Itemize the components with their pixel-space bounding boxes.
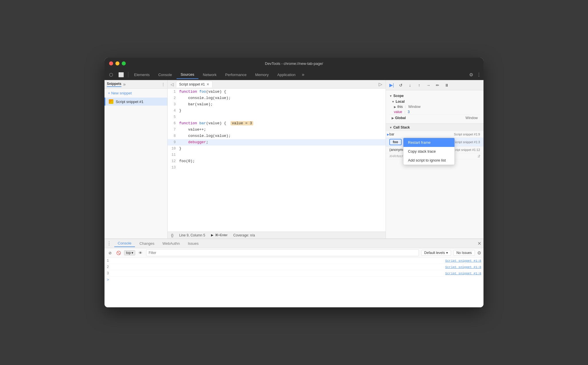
global-scope-header[interactable]: ▶ Global <box>392 116 406 120</box>
tab-issues[interactable]: Issues <box>184 240 202 247</box>
this-triangle[interactable]: ▶ <box>394 105 396 108</box>
cursor-position: Line 9, Column 5 <box>179 233 205 237</box>
console-toolbar: ⊘ 🚫 top ▾ 👁 Default levels ▾ No Issues ⚙ <box>105 248 483 258</box>
editor-tab-script[interactable]: Script snippet #1 ✕ <box>176 81 212 88</box>
main-tab-bar: ⬡ ⬜ Elements Console Sources Network Per… <box>105 69 483 80</box>
format-braces[interactable]: {} <box>171 233 173 237</box>
tab-application[interactable]: Application <box>273 71 300 79</box>
more-options-icon[interactable]: ⋮ <box>477 72 481 77</box>
tab-webauthn[interactable]: WebAuthn <box>159 240 183 247</box>
code-line-5: 5 <box>168 114 386 120</box>
tab-console[interactable]: Console <box>154 71 176 79</box>
tab-elements[interactable]: Elements <box>130 71 154 79</box>
code-line-11: 11 <box>168 152 386 158</box>
value-scope-item: value : 3 <box>389 109 480 114</box>
console-num-1: 1 <box>107 259 115 263</box>
console-link-3[interactable]: Script snippet #1:8 <box>445 272 481 275</box>
debugger-panel: ▶| ↺ ↓ ↑ → ✏ ⏸ ▼ Scope ▼ Local <box>386 80 483 238</box>
step-over-button[interactable]: ↺ <box>397 82 404 89</box>
snippets-header: Snippets » ⋮ <box>105 80 167 89</box>
step-into-button[interactable]: ↓ <box>407 82 413 89</box>
log-level-label: Default levels <box>424 251 445 255</box>
call-stack-section: ▼ Call Stack bar Script snippet #1:9 foo… <box>386 123 483 159</box>
context-selector[interactable]: top ▾ <box>124 250 135 255</box>
console-close-icon[interactable]: ✕ <box>477 241 481 246</box>
console-link-2[interactable]: Script snippet #1:8 <box>445 265 481 269</box>
foo-button[interactable]: foo <box>389 139 402 145</box>
call-stack-header[interactable]: ▼ Call Stack <box>386 124 483 131</box>
window-controls <box>109 61 126 65</box>
snippet-name: Script snippet #1 <box>116 100 144 104</box>
editor-back-icon[interactable]: ◁ <box>169 82 175 87</box>
context-arrow: ▾ <box>131 251 133 255</box>
ctx-copy-stack-trace[interactable]: Copy stack trace <box>403 147 454 156</box>
snippets-panel: Snippets » ⋮ + New snippet Script snippe… <box>105 80 168 238</box>
value-key: value <box>394 110 402 114</box>
code-line-2: 2 console.log(value); <box>168 95 386 101</box>
close-button[interactable] <box>109 61 113 65</box>
console-menu-icon[interactable]: ⋮ <box>107 241 111 246</box>
maximize-button[interactable] <box>122 61 126 65</box>
scope-label: Scope <box>393 94 404 98</box>
code-line-1: 1 function foo(value) { <box>168 89 386 95</box>
ctx-add-ignore[interactable]: Add script to ignore list <box>403 156 454 165</box>
step-out-button[interactable]: ↑ <box>416 82 423 89</box>
minimize-button[interactable] <box>115 61 119 65</box>
console-tab-bar: ⋮ Console Changes WebAuthn Issues ✕ <box>105 239 483 248</box>
call-stack-foo[interactable]: foo Script snippet #1:3 Restart frame Co… <box>386 138 483 147</box>
titlebar: DevTools - chrome://new-tab-page/ <box>105 58 483 69</box>
new-snippet-button[interactable]: + New snippet <box>105 89 167 98</box>
deactivate-breakpoints-button[interactable]: ✏ <box>434 82 441 89</box>
block-console-button[interactable]: 🚫 <box>115 250 122 256</box>
snippets-title: Snippets <box>107 82 121 87</box>
tab-performance[interactable]: Performance <box>221 71 250 79</box>
console-filter-input[interactable] <box>146 249 419 256</box>
local-scope-header[interactable]: ▼ Local <box>389 99 480 104</box>
device-icon[interactable]: ⬜ <box>116 72 126 77</box>
editor-tab-close-icon[interactable]: ✕ <box>206 82 209 86</box>
run-snippet-button[interactable]: ▶ ⌘+Enter <box>211 233 228 237</box>
scope-section: ▼ Scope ▼ Local ▶ this : Window value <box>386 90 483 123</box>
cursor-icon[interactable]: ⬡ <box>107 72 115 77</box>
code-line-7: 7 value++; <box>168 127 386 133</box>
log-level-button[interactable]: Default levels ▾ <box>421 250 451 256</box>
code-editor[interactable]: 1 function foo(value) { 2 console.log(va… <box>168 89 386 232</box>
pause-on-exception-button[interactable]: ⏸ <box>443 82 450 89</box>
snippets-menu-icon[interactable]: ⋮ <box>161 82 165 86</box>
value-val: 3 <box>408 110 410 114</box>
settings-icon[interactable]: ⚙ <box>469 72 473 77</box>
clear-console-button[interactable]: ⊘ <box>107 250 113 256</box>
run-icon: ▶ <box>211 233 213 237</box>
code-lines: 1 function foo(value) { 2 console.log(va… <box>168 89 386 171</box>
callstack-xhr-loc: :2 <box>477 154 480 158</box>
context-menu: Restart frame Copy stack trace Add scrip… <box>403 138 455 165</box>
editor-statusbar: {} Line 9, Column 5 ▶ ⌘+Enter Coverage: … <box>168 232 386 238</box>
console-link-1[interactable]: Script snippet #1:8 <box>445 259 481 263</box>
snippet-file-icon <box>109 99 113 104</box>
console-output-line-3: 3 Script snippet #1:8 <box>105 270 483 277</box>
snippet-item[interactable]: Script snippet #1 <box>105 98 167 106</box>
tab-console-bottom[interactable]: Console <box>114 240 135 247</box>
no-issues-button[interactable]: No Issues <box>453 250 475 256</box>
tab-memory[interactable]: Memory <box>251 71 273 79</box>
more-tabs-icon[interactable]: » <box>300 72 306 77</box>
scope-header[interactable]: ▼ Scope <box>389 93 480 99</box>
code-line-8: 8 console.log(value); <box>168 133 386 139</box>
call-stack-bar[interactable]: bar Script snippet #1:9 <box>386 131 483 138</box>
tab-changes[interactable]: Changes <box>136 240 158 247</box>
resume-button[interactable]: ▶| <box>388 82 395 89</box>
step-button[interactable]: → <box>425 82 432 89</box>
console-prompt-line[interactable]: > <box>105 277 483 283</box>
code-line-9: 9 debugger; <box>168 139 386 145</box>
eye-icon[interactable]: 👁 <box>138 250 144 256</box>
ctx-restart-frame[interactable]: Restart frame <box>403 138 454 147</box>
this-value: Window <box>408 105 421 109</box>
tab-sources[interactable]: Sources <box>177 71 198 79</box>
local-triangle: ▼ <box>392 100 394 103</box>
call-stack-label: Call Stack <box>393 125 410 129</box>
console-num-3: 3 <box>107 271 115 275</box>
tab-network[interactable]: Network <box>199 71 221 79</box>
editor-run-icon[interactable]: ▷ <box>376 81 384 87</box>
snippets-more-icon[interactable]: » <box>123 82 126 87</box>
console-settings-icon[interactable]: ⚙ <box>477 250 481 256</box>
